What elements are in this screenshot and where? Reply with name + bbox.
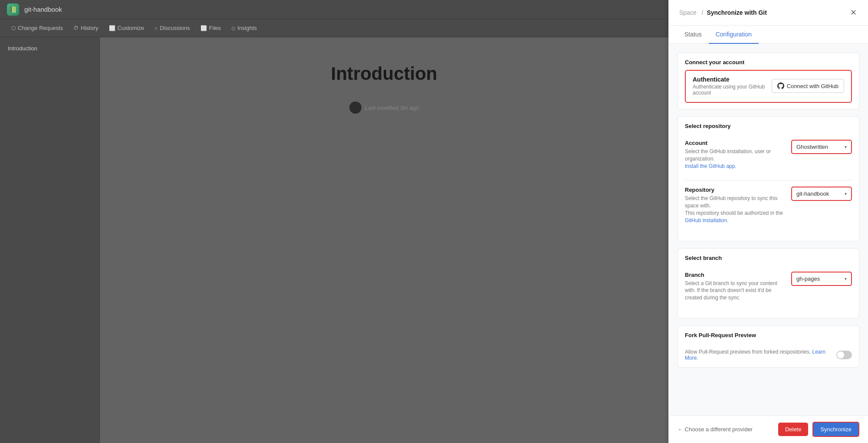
account-chevron-icon: ▾ — [845, 144, 847, 149]
app-logo: 📗 — [7, 3, 19, 16]
github-icon — [777, 82, 784, 89]
select-repository-title: Select repository — [678, 117, 859, 134]
auth-title: Authenticate — [693, 76, 772, 83]
repository-chevron-icon: ▾ — [845, 191, 847, 196]
fork-pr-toggle[interactable] — [836, 351, 852, 359]
install-github-link[interactable]: Install the GitHub app. — [685, 163, 736, 169]
files-icon: ⬜ — [201, 25, 207, 31]
account-select[interactable]: Ghostwritten ▾ — [791, 140, 852, 154]
account-field-group: Account Select the GitHub installation, … — [685, 140, 852, 173]
discussions-icon: ○ — [155, 25, 158, 31]
github-installation-link[interactable]: GitHub installation — [685, 217, 727, 223]
connect-btn-label: Connect with GitHub — [787, 83, 838, 89]
panel-header: Space / Synchronize with Git ✕ — [669, 0, 868, 26]
repo-section: Account Select the GitHub installation, … — [678, 134, 859, 241]
choose-provider-link[interactable]: ← Choose a different provider — [677, 426, 753, 433]
select-branch-section: Select branch Branch Select a Git branch… — [677, 248, 859, 318]
auth-row: Authenticate Authenticate using your Git… — [685, 70, 852, 103]
avatar — [349, 102, 362, 114]
app-title: git-handbook — [24, 6, 62, 13]
nav-change-requests[interactable]: ⬡ Change Requests — [7, 22, 67, 34]
nav-insights[interactable]: ◇ Insights — [227, 22, 261, 34]
main-content: Introduction Last modified 3m ago — [100, 37, 668, 443]
right-panel: Space / Synchronize with Git ✕ Status Co… — [668, 0, 868, 443]
branch-field-group: Branch Select a Git branch to sync your … — [685, 272, 852, 305]
close-button[interactable]: ✕ — [848, 7, 859, 18]
fork-section: Allow Pull-Request previews from forked … — [678, 343, 859, 367]
tab-configuration[interactable]: Configuration — [709, 26, 759, 44]
panel-body: Connect your account Authenticate Authen… — [669, 44, 868, 415]
change-requests-icon: ⬡ — [11, 25, 16, 31]
connect-account-section: Connect your account Authenticate Authen… — [677, 53, 859, 109]
content-wrapper: Introduction Introduction Last modified … — [0, 37, 668, 443]
fork-row: Allow Pull-Request previews from forked … — [685, 349, 852, 361]
tab-status[interactable]: Status — [677, 26, 709, 44]
nav-bar: ⬡ Change Requests ⏱ History ⬜ Customize … — [0, 19, 668, 37]
nav-customize[interactable]: ⬜ Customize — [105, 22, 148, 34]
branch-chevron-icon: ▾ — [845, 276, 847, 281]
sidebar-item-introduction[interactable]: Introduction — [3, 43, 96, 54]
connect-github-button[interactable]: Connect with GitHub — [772, 79, 844, 93]
fork-pr-title: Fork Pull-Request Preview — [678, 326, 859, 343]
panel-footer: ← Choose a different provider Delete Syn… — [669, 415, 868, 443]
repository-desc: Select the GitHub repository to sync thi… — [685, 195, 786, 224]
meta-info: Last modified 3m ago — [349, 102, 419, 114]
panel-tabs: Status Configuration — [669, 26, 868, 44]
branch-desc: Select a Git branch to sync your content… — [685, 280, 786, 302]
repository-label: Repository — [685, 187, 786, 193]
nav-discussions[interactable]: ○ Discussions — [150, 22, 194, 34]
main-area: 📗 git-handbook ⬡ Change Requests ⏱ Histo… — [0, 0, 668, 443]
insights-icon: ◇ — [231, 25, 235, 31]
panel-breadcrumb: Space / Synchronize with Git — [677, 9, 767, 16]
nav-files[interactable]: ⬜ Files — [196, 22, 225, 34]
connect-account-title: Connect your account — [678, 53, 859, 70]
top-bar: 📗 git-handbook — [0, 0, 668, 19]
account-label: Account — [685, 140, 786, 146]
nav-history[interactable]: ⏱ History — [69, 22, 102, 34]
last-modified: Last modified 3m ago — [365, 105, 419, 111]
auth-info: Authenticate Authenticate using your Git… — [693, 76, 772, 96]
select-repository-section: Select repository Account Select the Git… — [677, 116, 859, 241]
repository-field-group: Repository Select the GitHub repository … — [685, 187, 852, 227]
select-branch-title: Select branch — [678, 249, 859, 266]
history-icon: ⏱ — [73, 25, 79, 31]
customize-icon: ⬜ — [109, 25, 115, 31]
branch-select[interactable]: gh-pages ▾ — [791, 272, 852, 286]
delete-button[interactable]: Delete — [778, 423, 809, 436]
fork-info: Allow Pull-Request previews from forked … — [685, 349, 831, 361]
account-desc: Select the GitHub installation, user or … — [685, 148, 786, 170]
fork-pr-section: Fork Pull-Request Preview Allow Pull-Req… — [677, 325, 859, 368]
auth-desc: Authenticate using your GitHub account — [693, 84, 772, 96]
synchronize-button[interactable]: Synchronize — [812, 422, 859, 437]
branch-section: Branch Select a Git branch to sync your … — [678, 266, 859, 318]
sidebar: Introduction — [0, 37, 100, 443]
repository-select[interactable]: git-handbook ▾ — [791, 187, 852, 201]
branch-label: Branch — [685, 272, 786, 278]
page-title: Introduction — [331, 63, 437, 84]
